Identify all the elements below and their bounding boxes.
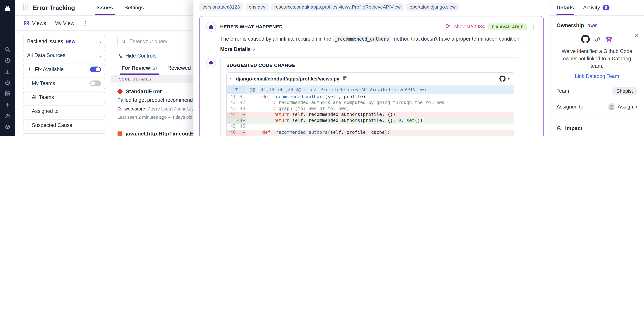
diff-hunk-header: @@ -41,18 +41,28 @@ class ProfileRetriev… <box>227 85 514 94</box>
dashboards-icon[interactable] <box>2 66 13 77</box>
code-diff-viewer: › django-email/conduit/apps/profiles/vie… <box>226 72 514 136</box>
issue-title: StandardError <box>126 88 162 94</box>
current-view-name[interactable]: My View <box>54 20 74 26</box>
summary-code-chip: _recommended_authors <box>332 36 391 42</box>
synthetics-icon[interactable] <box>2 78 13 88</box>
main-content: Error Tracking IssuesSettings Views My V… <box>15 0 550 136</box>
bits-ai-avatar <box>206 57 216 67</box>
infrastructure-icon[interactable] <box>2 122 13 132</box>
integrations-icon[interactable] <box>2 89 13 99</box>
github-icon <box>500 76 506 82</box>
history-icon[interactable] <box>2 56 13 66</box>
suggested-code-change-card: SUGGESTED CODE CHANGE › django-email/con… <box>220 57 520 136</box>
toggle-switch[interactable] <box>90 66 101 72</box>
ownership-icons <box>556 35 637 44</box>
expand-hunk-button[interactable] <box>227 85 246 94</box>
header-tabs: IssuesSettings <box>90 0 150 15</box>
impact-section: Impact 8 users3 views <box>556 119 637 136</box>
bits-header-actions: shopist#2934 FIX AVAILABLE ⋮ <box>445 23 537 30</box>
views-button[interactable]: Views <box>24 20 46 26</box>
attribute-pill-operation[interactable]: operation:django.view <box>406 3 459 11</box>
filter-label: Fix Available <box>35 66 64 72</box>
attribute-pill-version[interactable]: version:aaec8123 <box>199 3 243 11</box>
chevron-down-icon[interactable]: › <box>229 78 234 80</box>
hide-controls-label: Hide Controls <box>125 53 156 59</box>
new-badge: NEW <box>66 39 76 44</box>
chevron-right-icon: › <box>99 53 101 58</box>
ownership-title: Ownership <box>556 22 584 28</box>
search-icon <box>121 39 126 44</box>
diff-line: 47− # DEMOENG-845 - Intentional Recursio… <box>227 136 514 136</box>
filter-my-teams[interactable]: ›My Teams <box>23 78 105 89</box>
link-icon <box>594 36 601 42</box>
tab-settings[interactable]: Settings <box>119 0 150 15</box>
issue-title: java.net.http.HttpTimeoutEx <box>126 130 196 136</box>
filter-all-teams[interactable]: ›All Teams <box>23 92 105 103</box>
java-language-icon <box>118 131 122 136</box>
views-label: Views <box>32 20 46 26</box>
apps-grid-icon[interactable] <box>23 4 29 11</box>
filter-label: All Teams <box>32 94 54 100</box>
bits-ai-avatar <box>206 22 216 32</box>
tab-details[interactable]: Details <box>556 0 574 15</box>
monitors-icon[interactable] <box>2 100 13 110</box>
details-panel: DetailsActivity8 Ownership NEW × We've i… <box>550 0 644 136</box>
chevron-down-icon: ▾ <box>508 77 510 81</box>
team-value-pill[interactable]: Shopist <box>612 87 638 96</box>
pull-request-icon <box>445 23 451 30</box>
datadog-logo[interactable] <box>2 3 12 13</box>
tag-icon <box>118 107 122 111</box>
team-label: Team <box>556 88 569 94</box>
facet-search-field[interactable] <box>23 134 105 136</box>
filter-fix-available[interactable]: Fix Available <box>23 64 105 75</box>
diff-file-header: › django-email/conduit/apps/profiles/vie… <box>227 72 514 85</box>
filter-label: All Data Sources <box>27 52 66 58</box>
chevron-right-icon: › <box>27 109 29 114</box>
bits-kebab-icon[interactable]: ⋮ <box>531 24 537 30</box>
bits-header-row: HERE'S WHAT HAPPENED shopist#2934 FIX AV… <box>206 22 537 32</box>
tab-count: 57 <box>152 66 158 70</box>
bits-summary-text: The error is caused by an infinite recur… <box>220 36 537 43</box>
chevron-right-icon: › <box>99 39 101 44</box>
diff-line: 4545 <box>227 124 514 130</box>
tab-for-review[interactable]: For Review57 <box>118 62 162 75</box>
assign-dropdown[interactable]: Assign ▾ <box>608 103 637 111</box>
more-details-link[interactable]: More Details › <box>220 46 537 52</box>
github-issue-link[interactable]: shopist#2934 <box>454 24 485 30</box>
bits-summary-title: HERE'S WHAT HAPPENED <box>220 24 283 29</box>
toggle-switch[interactable] <box>90 80 101 86</box>
chevron-right-icon: › <box>27 81 29 86</box>
page-title: Error Tracking <box>33 4 75 11</box>
filter-backend-issues[interactable]: Backend issuesNEW› <box>23 36 105 47</box>
filter-suspected-cause[interactable]: ›Suspected Cause <box>23 120 105 131</box>
tab-activity[interactable]: Activity8 <box>583 0 610 15</box>
filter-all-data-sources[interactable]: All Data Sources› <box>23 50 105 61</box>
close-icon[interactable]: × <box>635 32 638 38</box>
copy-icon[interactable] <box>343 75 348 82</box>
filter-label: My Teams <box>32 80 55 86</box>
attribute-pill-resource[interactable]: resource:conduit.apps.profiles.views.Pro… <box>271 3 404 11</box>
labs-icon[interactable] <box>2 133 13 136</box>
chevron-down-icon: ▾ <box>636 105 638 109</box>
filter-label: Backend issues <box>27 38 63 44</box>
filter-assigned-to[interactable]: ›Assigned to <box>23 106 105 117</box>
summary-prefix: The error is caused by an infinite recur… <box>220 36 331 42</box>
suggested-code-change-title: SUGGESTED CODE CHANGE <box>226 63 514 68</box>
assignee-avatar <box>608 103 615 111</box>
tab-issues[interactable]: Issues <box>90 0 119 15</box>
diff-rows: 4141 def recommended_authors(self, profi… <box>227 94 514 136</box>
chevron-right-icon: › <box>27 122 29 128</box>
summary-suffix: method that doesn't have a proper termin… <box>392 36 521 42</box>
attribute-pill-env[interactable]: env:dev <box>246 3 269 11</box>
diff-line: 4343 # graph (follows of follows) <box>227 106 514 112</box>
impact-header: Impact <box>556 126 637 132</box>
search-icon[interactable] <box>2 44 13 54</box>
link-datadog-team-link[interactable]: Link Datadog Team <box>556 74 637 79</box>
github-actions-dropdown[interactable]: ▾ <box>500 76 510 82</box>
teams-icon[interactable] <box>2 111 13 121</box>
details-tabs: DetailsActivity8 <box>550 0 644 16</box>
more-details-label: More Details <box>220 46 251 52</box>
github-icon <box>581 35 590 44</box>
filter-boxes: Backend issuesNEW›All Data Sources›Fix A… <box>23 36 105 131</box>
view-options-kebab-icon[interactable]: ⋮ <box>83 20 89 26</box>
